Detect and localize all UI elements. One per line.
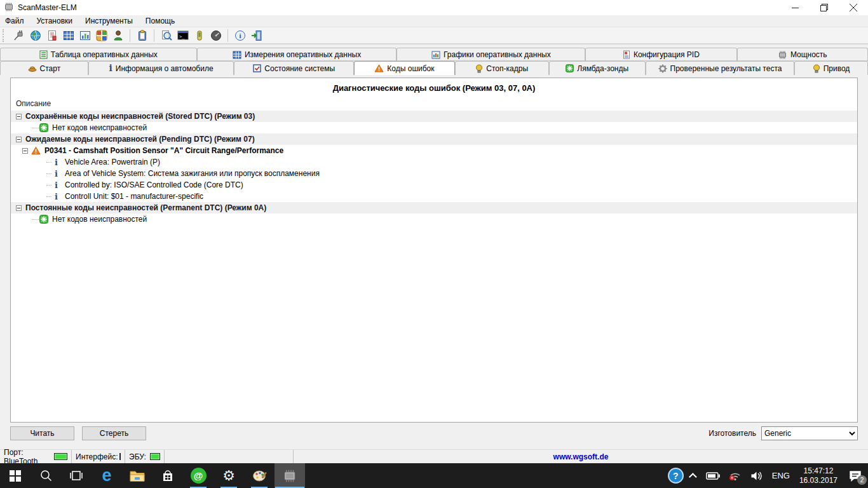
tree-section-label: Ожидаемые коды неисправностей (Pending D… — [25, 135, 255, 144]
help-tray-icon[interactable]: ? — [665, 463, 687, 488]
report-icon[interactable] — [45, 29, 58, 42]
tree-connector — [46, 173, 51, 174]
explorer-icon[interactable] — [122, 463, 153, 488]
tree-item-vehicle-system[interactable]: i Area of Vehicle System: Система зажига… — [11, 168, 857, 179]
menu-tools[interactable]: Инструменты — [85, 15, 139, 27]
tree-item-control-unit[interactable]: i Controll Unit: $01 - manufacturer-spec… — [11, 191, 857, 202]
tree-connector — [32, 128, 39, 128]
tree-connector — [46, 196, 51, 197]
tree-item-label: Controlled by: ISO/SAE Controlled Code (… — [65, 180, 243, 189]
globe-icon[interactable] — [29, 29, 42, 42]
measurements-grid-icon — [233, 51, 241, 59]
dashboard-icon[interactable] — [95, 29, 108, 42]
toolbar-separator — [154, 29, 154, 42]
about-icon[interactable]: i — [233, 29, 247, 42]
test-results-icon — [658, 64, 667, 73]
status-interface: Интерфейс: — [72, 450, 125, 463]
erase-button[interactable]: Стереть — [82, 426, 146, 440]
app-chip-icon — [4, 3, 14, 13]
language-indicator[interactable]: ENG — [768, 463, 794, 488]
tree-item-label: Controll Unit: $01 - manufacturer-specif… — [65, 192, 203, 201]
settings-icon[interactable]: ⚙ — [214, 463, 244, 488]
tab-system-status[interactable]: Состояние системы — [234, 61, 354, 75]
clipboard-icon[interactable] — [135, 29, 149, 42]
collapse-icon[interactable] — [16, 137, 22, 142]
tab-label: Измерения оперативных данных — [245, 50, 361, 59]
manufacturer-select[interactable]: Generic — [761, 426, 858, 440]
tab-vehicle-info[interactable]: i Информация о автомобиле — [88, 61, 234, 75]
tab-actuator[interactable]: Привод — [794, 61, 868, 75]
battery-icon[interactable] — [702, 463, 724, 488]
chart-icon[interactable] — [78, 29, 92, 42]
tree-section-pending-dtc[interactable]: Ожидаемые коды неисправностей (Pending D… — [11, 133, 857, 145]
volume-icon[interactable] — [746, 463, 768, 488]
network-disconnected-icon[interactable] — [724, 463, 746, 488]
menu-help[interactable]: Помощь — [146, 15, 181, 27]
tab-lambda-sensors[interactable]: Лямбда-зонды — [549, 61, 646, 75]
gauge-icon[interactable] — [209, 29, 222, 42]
close-button[interactable] — [839, 0, 868, 15]
restore-button[interactable] — [810, 0, 839, 15]
tab-label: Проверенные результаты теста — [670, 64, 782, 73]
tree-section-label: Сохранённые коды неисправностей (Stored … — [25, 112, 255, 121]
tree-section-permanent-dtc[interactable]: Постоянные коды неисправностей (Permanen… — [11, 202, 857, 214]
toolbar-grip[interactable] — [3, 29, 5, 42]
tab-live-data-graphs[interactable]: Графики оперативных данных — [397, 48, 585, 61]
start-icon — [28, 64, 37, 72]
tree-item-controlled-by[interactable]: i Controlled by: ISO/SAE Controlled Code… — [11, 179, 857, 191]
user-icon[interactable] — [111, 29, 125, 42]
sensor-icon[interactable] — [193, 29, 206, 42]
tree-item-label: Vehicle Area: Powertrain (P) — [65, 158, 160, 166]
tab-label: Стоп-кадры — [486, 64, 528, 73]
scanmaster-chip-icon[interactable] — [275, 463, 305, 488]
menu-file[interactable]: Файл — [5, 15, 31, 27]
tab-error-codes[interactable]: Коды ошибок — [354, 61, 455, 75]
lambda-icon — [566, 64, 574, 72]
notification-center-icon[interactable]: 2 — [843, 463, 868, 488]
svg-text:i: i — [239, 32, 241, 39]
exit-icon[interactable] — [250, 29, 263, 42]
collapse-icon[interactable] — [16, 114, 22, 119]
chip-icon — [778, 51, 787, 59]
tree-connector — [46, 185, 51, 186]
scanmaster-window: ScanMaster-ELM Файл Установки Инструмент… — [0, 0, 868, 488]
tree-item-no-codes-stored[interactable]: Нет кодов неисправностей — [11, 122, 857, 133]
read-button[interactable]: Читать — [10, 426, 74, 440]
collapse-icon[interactable] — [16, 205, 22, 211]
tab-freeze-frames[interactable]: Стоп-кадры — [455, 61, 549, 75]
warning-icon — [31, 146, 41, 156]
tab-row-2: Старт i Информация о автомобиле Состояни… — [0, 61, 868, 75]
tab-live-data-table[interactable]: Таблица оперативных данных — [0, 48, 197, 61]
edge-icon[interactable]: e — [92, 463, 122, 488]
tab-live-data-measurements[interactable]: Измерения оперативных данных — [197, 48, 397, 61]
tree-item-no-codes-permanent[interactable]: Нет кодов неисправностей — [11, 214, 857, 225]
minimize-button[interactable] — [780, 0, 810, 15]
mailru-agent-icon[interactable]: @ — [183, 463, 214, 488]
interface-led — [119, 453, 121, 460]
task-view-icon[interactable] — [61, 463, 92, 488]
paint-icon[interactable] — [244, 463, 275, 488]
tree-item-dtc-p0341[interactable]: P0341 - Camshaft Position Sensor "A" Cir… — [11, 145, 857, 156]
tree-section-stored-dtc[interactable]: Сохранённые коды неисправностей (Stored … — [11, 111, 857, 122]
taskbar-clock[interactable]: 15:47:12 16.03.2017 — [794, 466, 843, 485]
tab-power[interactable]: Мощность — [737, 48, 868, 61]
tray-expand-chevron-icon[interactable] — [687, 463, 702, 488]
tab-start[interactable]: Старт — [0, 61, 88, 75]
tree-item-vehicle-area[interactable]: i Vehicle Area: Powertrain (P) — [11, 156, 857, 168]
info-icon: i — [51, 192, 61, 201]
data-table-icon[interactable] — [62, 29, 75, 42]
tab-pid-configuration[interactable]: Конфигурация PID — [585, 48, 736, 61]
status-ecu: ЭБУ: — [125, 450, 165, 463]
collapse-icon[interactable] — [22, 148, 28, 154]
start-button[interactable] — [0, 463, 31, 488]
store-icon[interactable] — [153, 463, 183, 488]
tab-test-results[interactable]: Проверенные результаты теста — [646, 61, 794, 75]
terminal-icon[interactable]: >_ — [176, 29, 189, 42]
status-empty-panel — [165, 450, 294, 463]
log-search-icon[interactable] — [159, 29, 173, 42]
website-link[interactable]: www.wgsoft.de — [294, 450, 868, 463]
menu-settings[interactable]: Установки — [37, 15, 79, 27]
system-tray: ? ENG 15:47:12 16.03.2017 2 — [665, 463, 868, 488]
connect-icon[interactable] — [12, 29, 25, 42]
search-icon[interactable] — [31, 463, 61, 488]
